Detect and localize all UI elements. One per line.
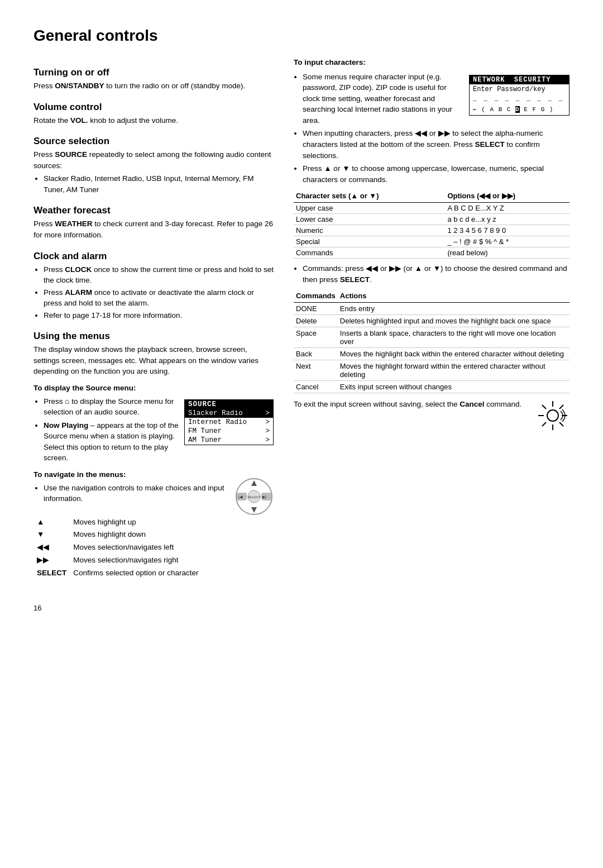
nav-symbol-down: ▼ — [34, 528, 70, 541]
char-set-commands: Commands — [294, 247, 438, 259]
page-number: 16 — [34, 603, 570, 614]
source-row-slacker: Slacker Radio> — [185, 409, 273, 418]
network-box-title: NETWORK SECURITY — [470, 75, 569, 84]
nav-control-icon: |◀ ▶| SELECT — [234, 477, 274, 516]
nav-symbol-select: SELECT — [34, 567, 70, 580]
input-bullet-3: Press ▲ or ▼ to choose among uppercase, … — [303, 163, 570, 185]
cmd-next: Next — [294, 360, 338, 381]
page-title: General controls — [34, 27, 570, 45]
network-security-box: NETWORK SECURITY Enter Password/key _ _ … — [469, 75, 570, 116]
svg-line-15 — [559, 422, 563, 426]
display-source-heading: To display the Source menu: — [34, 383, 274, 394]
weather-text: Press WEATHER to check current and 3-day… — [34, 218, 274, 240]
nav-table: ▲ Moves highlight up ▼ Moves highlight d… — [34, 516, 274, 580]
cmd-cancel-action: Exits input screen without changes — [338, 381, 570, 393]
nav-row-right: ▶▶ Moves selection/navigates right — [34, 554, 274, 567]
network-box-line2: _ _ _ _ _ _ _ _ _ — [470, 94, 569, 104]
char-col1-header: Character sets (▲ or ▼) — [294, 190, 438, 203]
heading-weather: Weather forecast — [34, 205, 274, 216]
char-options-commands: (read below) — [438, 247, 570, 259]
cmd-row-done: DONE Ends entry — [294, 303, 570, 315]
char-col2-header: Options (◀◀ or ▶▶) — [438, 190, 570, 203]
svg-text:▶|: ▶| — [262, 495, 266, 499]
source-row-fm: FM Tuner> — [185, 427, 273, 436]
cmd-back: Back — [294, 348, 338, 360]
heading-turning-on: Turning on or off — [34, 67, 274, 78]
char-row-commands: Commands (read below) — [294, 247, 570, 259]
cmd-next-action: Moves the highlight forward within the e… — [338, 360, 570, 381]
cmd-col2-header: Actions — [338, 290, 570, 303]
cmd-space-action: Inserts a blank space, characters to the… — [338, 327, 570, 348]
cmd-row-next: Next Moves the highlight forward within … — [294, 360, 570, 381]
network-box-line1: Enter Password/key — [470, 84, 569, 94]
char-sets-table: Character sets (▲ or ▼) Options (◀◀ or ▶… — [294, 190, 570, 259]
nav-symbol-left: ◀◀ — [34, 541, 70, 554]
svg-text:SELECT: SELECT — [247, 495, 261, 499]
char-set-lower: Lower case — [294, 214, 438, 225]
cmd-cancel: Cancel — [294, 381, 338, 393]
clock-item-3: Refer to page 17-18 for more information… — [44, 310, 274, 321]
cmd-delete: Delete — [294, 315, 338, 327]
source-text: Press SOURCE repeatedly to select among … — [34, 149, 274, 171]
svg-line-17 — [542, 422, 546, 426]
clock-item-2: Press ALARM once to activate or deactiva… — [44, 287, 274, 309]
nav-symbol-up: ▲ — [34, 516, 70, 529]
heading-clock: Clock and alarm — [34, 251, 274, 262]
cmd-back-action: Moves the highlight back within the ente… — [338, 348, 570, 360]
cmd-col1-header: Commands — [294, 290, 338, 303]
cmd-row-space: Space Inserts a blank space, characters … — [294, 327, 570, 348]
char-row-lower: Lower case a b c d e...x y z — [294, 214, 570, 225]
char-row-numeric: Numeric 1 2 3 4 5 6 7 8 9 0 — [294, 225, 570, 236]
source-menu-title: SOURCE — [185, 400, 273, 409]
char-row-special: Special _ – ! @ # $ % ^ & * — [294, 236, 570, 247]
source-row-am: AM Tuner> — [185, 436, 273, 445]
heading-volume: Volume control — [34, 102, 274, 113]
char-set-numeric: Numeric — [294, 225, 438, 236]
sun-icon — [536, 399, 570, 432]
svg-marker-1 — [251, 480, 257, 486]
char-options-lower: a b c d e...x y z — [438, 214, 570, 225]
nav-row-down: ▼ Moves highlight down — [34, 528, 274, 541]
nav-row-up: ▲ Moves highlight up — [34, 516, 274, 529]
nav-row-left: ◀◀ Moves selection/navigates left — [34, 541, 274, 554]
nav-symbol-right: ▶▶ — [34, 554, 70, 567]
nav-desc-select: Confirms selected option or character — [70, 567, 274, 580]
clock-item-1: Press CLOCK once to show the current tim… — [44, 264, 274, 286]
nav-desc-up: Moves highlight up — [70, 516, 274, 529]
commands-note: Commands: press ◀◀ or ▶▶ (or ▲ or ▼) to … — [303, 263, 570, 285]
nav-desc-down: Moves highlight down — [70, 528, 274, 541]
svg-point-9 — [547, 410, 558, 421]
volume-text: Rotate the VOL. knob to adjust the volum… — [34, 115, 274, 126]
cmd-row-cancel: Cancel Exits input screen without change… — [294, 381, 570, 393]
nav-desc-right: Moves selection/navigates right — [70, 554, 274, 567]
char-options-upper: A B C D E...X Y Z — [438, 203, 570, 214]
char-row-upper: Upper case A B C D E...X Y Z — [294, 203, 570, 214]
svg-line-16 — [559, 405, 563, 409]
source-item: Slacker Radio, Internet Radio, USB Input… — [44, 173, 274, 195]
cmd-delete-action: Deletes highlighted input and moves the … — [338, 315, 570, 327]
heading-menus: Using the menus — [34, 331, 274, 342]
cmd-row-delete: Delete Deletes highlighted input and mov… — [294, 315, 570, 327]
source-row-internet: Internet Radio> — [185, 418, 273, 427]
svg-marker-2 — [251, 507, 257, 513]
nav-desc-left: Moves selection/navigates left — [70, 541, 274, 554]
cmd-row-back: Back Moves the highlight back within the… — [294, 348, 570, 360]
char-options-special: _ – ! @ # $ % ^ & * — [438, 236, 570, 247]
input-chars-heading: To input characters: — [294, 57, 570, 68]
turning-on-text: Press ON/STANDBY to turn the radio on or… — [34, 80, 274, 92]
cmd-done-action: Ends entry — [338, 303, 570, 315]
char-set-upper: Upper case — [294, 203, 438, 214]
cmd-space: Space — [294, 327, 338, 348]
char-options-numeric: 1 2 3 4 5 6 7 8 9 0 — [438, 225, 570, 236]
svg-text:|◀: |◀ — [238, 495, 243, 499]
svg-line-14 — [542, 405, 546, 409]
exit-note: To exit the input screen without saving,… — [294, 399, 529, 410]
input-bullet-2: When inputting characters, press ◀◀ or ▶… — [303, 128, 570, 161]
commands-table: Commands Actions DONE Ends entry Delete … — [294, 290, 570, 393]
network-box-line3: ⇐ ( A B C D E F G ) — [470, 104, 569, 115]
char-set-special: Special — [294, 236, 438, 247]
nav-row-select: SELECT Confirms selected option or chara… — [34, 567, 274, 580]
source-menu-box: SOURCE Slacker Radio> Internet Radio> FM… — [184, 399, 274, 445]
heading-source: Source selection — [34, 136, 274, 147]
cmd-done: DONE — [294, 303, 338, 315]
